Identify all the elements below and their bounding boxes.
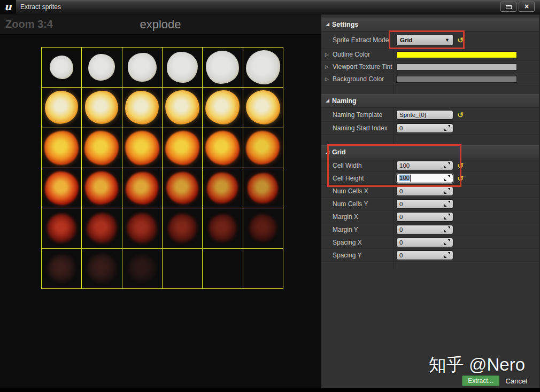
restore-icon bbox=[506, 5, 512, 9]
cell-height-spinner[interactable]: 100 bbox=[396, 174, 453, 183]
section-title-settings: Settings bbox=[332, 21, 358, 28]
naming-start-index-spinner[interactable]: 0 bbox=[396, 123, 453, 133]
explosion-sprite bbox=[125, 131, 159, 165]
spinner-drag-icon bbox=[444, 226, 450, 232]
expand-arrow-icon[interactable]: ▷ bbox=[325, 76, 329, 82]
property-row-num-cells-x: Num Cells X 0 bbox=[321, 185, 539, 198]
window-title: Extract sprites bbox=[20, 3, 61, 11]
sprite-grid bbox=[41, 47, 283, 289]
explosion-sprite bbox=[125, 91, 159, 124]
spinner-drag-icon bbox=[444, 162, 450, 168]
sprite-cell bbox=[42, 168, 82, 208]
expand-arrow-icon[interactable]: ▷ bbox=[325, 64, 329, 69]
section-header-settings[interactable]: ◢ Settings bbox=[321, 18, 539, 32]
property-row-spacing-x: Spacing X 0 bbox=[321, 236, 539, 249]
watermark: 知乎 @Nero bbox=[429, 353, 525, 377]
explosion-sprite bbox=[209, 214, 237, 242]
property-row-background-color: ▷ Background Color bbox=[321, 73, 539, 85]
num-cells-x-spinner[interactable]: 0 bbox=[396, 186, 453, 196]
naming-start-index-label: Naming Start Index bbox=[321, 122, 394, 134]
explosion-sprite bbox=[45, 171, 79, 205]
section-expanded-arrow-icon: ◢ bbox=[326, 149, 329, 154]
spinner-drag-icon bbox=[444, 175, 450, 181]
spinner-drag-icon bbox=[444, 125, 450, 131]
restore-button[interactable] bbox=[500, 2, 516, 12]
sprite-cell bbox=[163, 88, 203, 128]
margin-y-spinner[interactable]: 0 bbox=[396, 225, 453, 234]
property-row-naming-template: Naming Template Sprite_{0} ↺ bbox=[321, 108, 539, 122]
section-header-grid[interactable]: ◢ Grid bbox=[321, 145, 539, 159]
sprite-cell bbox=[203, 128, 243, 168]
spacing-x-label: Spacing X bbox=[321, 236, 394, 248]
sprite-cell bbox=[203, 208, 243, 248]
title-bar[interactable]: u Extract sprites × bbox=[0, 0, 540, 14]
explosion-sprite bbox=[128, 255, 156, 283]
viewport-texture-tint-label: ▷ Viewport Texture Tint bbox=[321, 61, 394, 73]
explosion-sprite bbox=[165, 131, 199, 165]
reset-icon[interactable]: ↺ bbox=[457, 111, 464, 119]
sprite-cell bbox=[122, 249, 163, 289]
reset-icon[interactable]: ↺ bbox=[457, 175, 464, 182]
property-row-sprite-extract-mode: Sprite Extract Mode Grid ▼ ↺ bbox=[321, 32, 539, 49]
sprite-extract-mode-label: Sprite Extract Mode bbox=[321, 32, 394, 48]
spacing-x-spinner[interactable]: 0 bbox=[396, 238, 453, 247]
viewport-toolbar: Zoom 3:4 explode bbox=[0, 14, 321, 35]
reset-icon[interactable]: ↺ bbox=[457, 36, 464, 44]
section-header-naming[interactable]: ◢ Naming bbox=[321, 94, 539, 108]
sprite-cell bbox=[82, 168, 122, 208]
texture-name-label: explode bbox=[0, 18, 321, 32]
sprite-viewport[interactable]: Zoom 3:4 explode bbox=[0, 14, 321, 388]
spacing-y-label: Spacing Y bbox=[321, 249, 394, 261]
close-button[interactable]: × bbox=[519, 2, 535, 12]
explosion-sprite bbox=[126, 172, 158, 205]
explosion-sprite bbox=[44, 131, 79, 165]
section-gap bbox=[321, 85, 539, 94]
background-color-label: ▷ Background Color bbox=[321, 73, 394, 85]
close-icon: × bbox=[524, 3, 529, 10]
explosion-sprite bbox=[47, 214, 76, 243]
num-cells-y-label: Num Cells Y bbox=[321, 198, 394, 210]
explosion-sprite bbox=[246, 131, 280, 164]
sprite-cell bbox=[82, 249, 122, 289]
reset-icon[interactable]: ↺ bbox=[457, 162, 464, 169]
naming-template-label: Naming Template bbox=[321, 108, 394, 121]
sprite-cell bbox=[243, 168, 283, 208]
explosion-sprite bbox=[85, 91, 118, 124]
extract-button[interactable]: Extract... bbox=[462, 375, 499, 386]
explosion-sprite bbox=[246, 90, 280, 124]
sprite-extract-mode-dropdown[interactable]: Grid ▼ bbox=[396, 35, 453, 45]
outline-color-swatch[interactable] bbox=[396, 51, 517, 58]
spinner-drag-icon bbox=[444, 188, 450, 194]
extract-sprites-window: u Extract sprites × Zoom 3:4 explode bbox=[0, 0, 540, 392]
sprite-cell bbox=[243, 249, 283, 289]
explosion-sprite bbox=[205, 90, 240, 124]
property-row-naming-start-index: Naming Start Index 0 bbox=[321, 122, 539, 135]
sprite-cell bbox=[122, 128, 163, 168]
spacing-y-spinner[interactable]: 0 bbox=[396, 250, 453, 260]
sprite-cell bbox=[163, 249, 203, 289]
explosion-sprite bbox=[206, 51, 239, 84]
margin-x-spinner[interactable]: 0 bbox=[396, 212, 453, 222]
property-row-num-cells-y: Num Cells Y 0 bbox=[321, 198, 539, 210]
spinner-drag-icon bbox=[444, 239, 450, 245]
viewport-texture-tint-swatch[interactable] bbox=[396, 64, 517, 70]
explosion-sprite bbox=[45, 91, 78, 124]
sprite-cell bbox=[163, 48, 203, 88]
sprite-cell bbox=[203, 168, 243, 208]
expand-arrow-icon[interactable]: ▷ bbox=[325, 52, 329, 57]
background-color-swatch[interactable] bbox=[396, 76, 517, 83]
section-gap bbox=[321, 135, 539, 145]
explosion-sprite bbox=[205, 131, 240, 165]
spinner-drag-icon bbox=[444, 252, 450, 258]
sprite-cell bbox=[203, 48, 243, 88]
naming-template-input[interactable]: Sprite_{0} bbox=[396, 110, 453, 120]
property-row-cell-height: Cell Height 100 ↺ bbox=[321, 172, 539, 185]
num-cells-y-spinner[interactable]: 0 bbox=[396, 199, 453, 209]
property-row-margin-y: Margin Y 0 bbox=[321, 223, 539, 236]
cancel-button[interactable]: Cancel bbox=[506, 377, 527, 385]
sprite-cell bbox=[122, 168, 163, 208]
sprite-cell bbox=[163, 208, 203, 248]
cell-width-spinner[interactable]: 100 bbox=[396, 161, 453, 170]
sprite-cell bbox=[42, 128, 82, 168]
spinner-drag-icon bbox=[444, 201, 450, 207]
